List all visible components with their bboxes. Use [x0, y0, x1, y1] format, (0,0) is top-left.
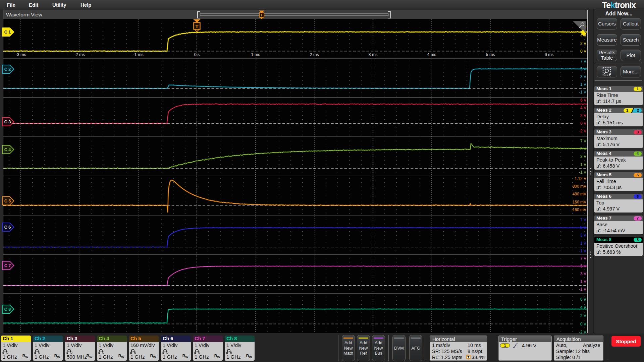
svg-text:1 V: 1 V — [580, 279, 586, 284]
svg-text:6 ms: 6 ms — [544, 52, 553, 57]
svg-text:4 ms: 4 ms — [427, 52, 436, 57]
svg-text:1 V: 1 V — [580, 82, 586, 87]
svg-text:1 V: 1 V — [580, 162, 586, 167]
svg-text:1 V: 1 V — [580, 241, 586, 246]
svg-text:7 V: 7 V — [580, 256, 586, 261]
svg-text:-1 V: -1 V — [579, 249, 586, 253]
svg-text:6 V: 6 V — [580, 98, 586, 103]
svg-text:7 V: 7 V — [580, 218, 586, 222]
svg-text:3 V: 3 V — [580, 272, 586, 276]
svg-text:C 7: C 7 — [4, 263, 11, 268]
svg-text:800 mV: 800 mV — [573, 184, 586, 189]
svg-text:5 V: 5 V — [580, 264, 586, 268]
svg-text:C 6: C 6 — [4, 225, 11, 230]
svg-text:160 mV: 160 mV — [573, 200, 586, 204]
svg-text:3 V: 3 V — [580, 233, 586, 238]
svg-text:3 V: 3 V — [580, 74, 586, 79]
svg-text:C 5: C 5 — [4, 199, 11, 203]
svg-text:-2 V: -2 V — [579, 330, 586, 335]
svg-text:T: T — [261, 13, 263, 17]
svg-text:C 2: C 2 — [4, 67, 11, 72]
svg-text:-1 V: -1 V — [579, 287, 586, 292]
svg-text:T: T — [195, 23, 199, 29]
svg-text:C 8: C 8 — [4, 307, 11, 312]
svg-text:5 V: 5 V — [580, 225, 586, 230]
svg-text:5 V: 5 V — [580, 67, 586, 71]
svg-text:6 V: 6 V — [580, 297, 586, 302]
svg-text:2 ms: 2 ms — [310, 52, 319, 57]
svg-text:-1 V: -1 V — [579, 90, 586, 95]
svg-text:3 V: 3 V — [580, 154, 586, 159]
svg-text:2 V: 2 V — [580, 313, 586, 318]
svg-text:-2 ms: -2 ms — [74, 52, 85, 57]
svg-text:7 V: 7 V — [580, 59, 586, 64]
svg-text:0 V: 0 V — [580, 121, 586, 126]
svg-text:480 mV: 480 mV — [573, 192, 586, 196]
svg-text:5 ms: 5 ms — [486, 52, 495, 57]
svg-text:2 V: 2 V — [580, 113, 586, 118]
svg-text:C 3: C 3 — [4, 120, 11, 124]
svg-text:7 V: 7 V — [580, 139, 586, 143]
svg-text:4 V: 4 V — [580, 106, 586, 110]
svg-text:0 V: 0 V — [580, 49, 586, 54]
svg-text:-3 ms: -3 ms — [15, 52, 26, 57]
svg-text:5 V: 5 V — [580, 146, 586, 151]
svg-text:1.12 V: 1.12 V — [575, 176, 586, 181]
svg-text:3 ms: 3 ms — [368, 52, 377, 57]
svg-text:-2 V: -2 V — [579, 129, 586, 133]
svg-text:2 V: 2 V — [580, 41, 586, 46]
svg-text:-1 V: -1 V — [579, 170, 586, 175]
svg-text:0 V: 0 V — [580, 322, 586, 326]
svg-text:0 s: 0 s — [194, 52, 200, 57]
svg-text:4 V: 4 V — [580, 305, 586, 310]
svg-text:1 ms: 1 ms — [251, 52, 260, 57]
svg-text:C 1: C 1 — [4, 30, 11, 35]
svg-text:-160 mV: -160 mV — [571, 207, 586, 212]
svg-text:C 4: C 4 — [4, 147, 11, 152]
svg-text:-1 ms: -1 ms — [133, 52, 143, 57]
